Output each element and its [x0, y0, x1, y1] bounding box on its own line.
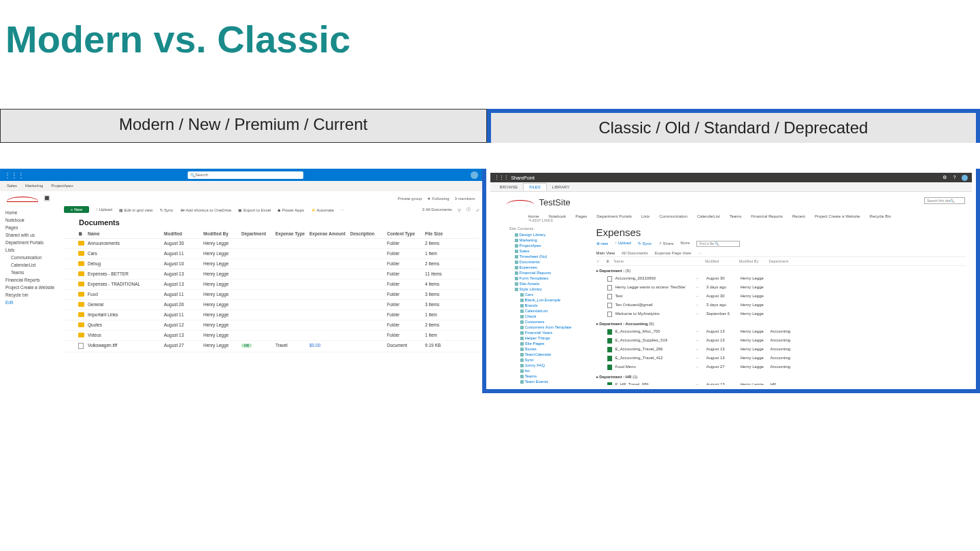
nav-item[interactable]: CalendarList — [5, 261, 56, 269]
table-row[interactable]: Volkswagen.tiffAugust 27Henry LeggeHRTra… — [64, 341, 479, 352]
table-row[interactable]: Test···August 30Henry Legge — [596, 293, 967, 301]
table-row[interactable]: Food Menu···August 27Henry LeggeAccounti… — [596, 363, 967, 372]
nav-item[interactable]: Recycle Bin — [870, 214, 892, 218]
crumb[interactable]: ProjectApex — [51, 184, 73, 188]
tree-item[interactable]: Form Templates — [509, 276, 581, 281]
ribbon-tab[interactable]: FILES — [523, 183, 547, 190]
tree-item[interactable]: Expenses — [509, 265, 581, 270]
nav-item[interactable]: Lists — [5, 246, 56, 254]
table-row[interactable]: AnnouncementsAugust 30Henry LeggeFolder2… — [64, 239, 479, 249]
site-title[interactable]: TestSite — [539, 197, 571, 207]
find-input[interactable]: Find a file 🔍 — [696, 241, 740, 247]
group-header[interactable]: ▸ Department : HR (1) — [596, 372, 967, 381]
nav-edit[interactable]: Edit — [5, 299, 56, 306]
tree-item[interactable]: Financial Reports — [509, 270, 581, 276]
tree-item[interactable]: Jonny FAQ — [509, 363, 581, 368]
table-row[interactable]: E_Accounting_Supplies_519···August 13Hen… — [596, 337, 967, 346]
nav-item[interactable]: Department Portals — [5, 239, 56, 246]
new-button[interactable]: + New — [64, 206, 89, 213]
view-tab[interactable]: All Documents — [622, 251, 648, 255]
nav-item[interactable]: Pages — [5, 224, 56, 231]
waffle-icon[interactable]: ⋮⋮⋮ — [494, 175, 509, 180]
nav-item[interactable]: Project Create a Website — [5, 284, 56, 291]
more-button[interactable]: ··· — [341, 207, 344, 212]
powerapps-button[interactable]: ◆ Power Apps — [277, 207, 304, 212]
nav-item[interactable]: Shared with us — [5, 231, 56, 239]
view-more[interactable]: ··· — [698, 251, 701, 255]
tree-item[interactable]: Helper Things — [509, 335, 581, 341]
tree-item[interactable]: Documents — [509, 259, 581, 265]
more-button[interactable]: More — [681, 241, 690, 247]
tree-item[interactable]: TeamCalendar — [509, 352, 581, 357]
table-row[interactable]: E_Accounting_Travel_412···August 13Henry… — [596, 354, 967, 363]
sync-button[interactable]: ↻ Sync — [638, 241, 652, 247]
tree-item[interactable]: Style Library — [509, 286, 581, 292]
avatar[interactable] — [962, 175, 968, 181]
table-row[interactable]: CarsAugust 11Henry LeggeFolder1 item — [64, 249, 479, 259]
table-row[interactable]: GeneralAugust 20Henry LeggeFolder3 items — [64, 300, 479, 310]
tree-item[interactable]: Blank_List Example — [509, 297, 581, 303]
view-tab[interactable]: Expense Page View — [655, 251, 692, 255]
tree-item[interactable]: Marketing — [509, 237, 581, 243]
tree-item[interactable]: Sales — [509, 248, 581, 254]
search-input[interactable]: Search this site 🔍 — [924, 197, 965, 204]
filter-icon[interactable]: ▽ — [458, 207, 461, 212]
avatar[interactable] — [471, 171, 478, 179]
nav-item[interactable]: Recycle bin — [5, 291, 56, 299]
tree-item[interactable]: ProjectApex — [509, 243, 581, 248]
automate-button[interactable]: ⚡ Automate — [311, 207, 334, 212]
expand-icon[interactable]: ⤢ — [476, 207, 479, 212]
search-input[interactable]: 🔍 Search — [188, 171, 303, 179]
tree-item[interactable]: Design Library — [509, 232, 581, 237]
tree-item[interactable]: Stores — [509, 346, 581, 352]
nav-item[interactable]: Home — [5, 209, 56, 216]
view-tab[interactable]: Main View — [596, 251, 615, 255]
help-icon[interactable]: ? — [951, 175, 958, 181]
site-logo[interactable] — [7, 194, 38, 202]
tree-item[interactable]: Sync — [509, 357, 581, 363]
tree-item[interactable]: Site Assets — [509, 281, 581, 286]
waffle-icon[interactable]: ⋮⋮⋮ — [4, 171, 24, 179]
ribbon-tab[interactable]: LIBRARY — [547, 184, 575, 190]
table-row[interactable]: E_HR_Travel_689···August 13Henry LeggeHR — [596, 381, 967, 385]
upload-button[interactable]: ↑ Upload — [615, 241, 631, 247]
info-icon[interactable]: ⓘ — [467, 207, 471, 213]
tree-item[interactable]: Brands — [509, 303, 581, 308]
crumb[interactable]: Marketing — [25, 184, 43, 188]
nav-item[interactable]: Department Portals — [596, 214, 632, 218]
table-row[interactable]: Expenses - TRADITIONALAugust 13Henry Leg… — [64, 280, 479, 290]
group-header[interactable]: ▸ Department : (5) — [596, 266, 967, 275]
tree-item[interactable]: list — [509, 368, 581, 373]
gear-icon[interactable]: ⚙ — [941, 175, 947, 181]
nav-item[interactable]: Financial Reports — [751, 214, 783, 218]
table-row[interactable]: Henry Legge wants to access 'TestSite'··… — [596, 284, 967, 293]
table-row[interactable]: E_Accounting_Misc_700···August 13Henry L… — [596, 328, 967, 337]
table-row[interactable]: VideosAugust 13Henry LeggeFolder1 item — [64, 331, 479, 341]
tree-item[interactable]: CalendarList — [509, 308, 581, 314]
table-row[interactable]: Expenses - BETTERAugust 13Henry LeggeFol… — [64, 269, 479, 280]
nav-item[interactable]: Communication — [5, 254, 56, 261]
tree-item[interactable]: Site Pages — [509, 341, 581, 346]
table-row[interactable]: Accounting_20210830···August 30Henry Leg… — [596, 275, 967, 284]
nav-item[interactable]: Pages — [575, 214, 587, 218]
tree-item[interactable]: Team Events — [509, 379, 581, 384]
table-row[interactable]: Ten Onboard@gmail···3 days agoHenry Legg… — [596, 301, 967, 310]
table-row[interactable]: DebugAugust 10Henry LeggeFolder2 items — [64, 259, 479, 269]
table-row[interactable]: FoodAugust 11Henry LeggeFolder3 items — [64, 290, 479, 300]
share-button[interactable]: ↗ Share — [658, 241, 674, 247]
nav-item[interactable]: Lists — [641, 214, 649, 218]
group-header[interactable]: ▸ Department : Accounting (5) — [596, 319, 967, 328]
shortcut-button[interactable]: ⟴ Add shortcut to OneDrive — [180, 207, 232, 212]
tree-item[interactable]: Customers from Template — [509, 324, 581, 330]
tree-item[interactable]: Cars — [509, 292, 581, 297]
nav-item[interactable]: Financial Reports — [5, 276, 56, 284]
nav-item[interactable]: Recent — [792, 214, 805, 218]
table-row[interactable]: E_Accounting_Travel_296···August 13Henry… — [596, 346, 967, 354]
excel-button[interactable]: ▣ Export to Excel — [238, 207, 271, 212]
nav-item[interactable]: Notebook — [5, 216, 56, 224]
view-selector[interactable]: ≡ All Documents — [422, 207, 452, 212]
table-row[interactable]: QuotesAugust 12Henry LeggeFolder2 items — [64, 320, 479, 331]
tree-item[interactable]: Check — [509, 314, 581, 319]
tree-item[interactable]: Financial Years — [509, 330, 581, 335]
sync-button[interactable]: ↻ Sync — [160, 207, 173, 212]
